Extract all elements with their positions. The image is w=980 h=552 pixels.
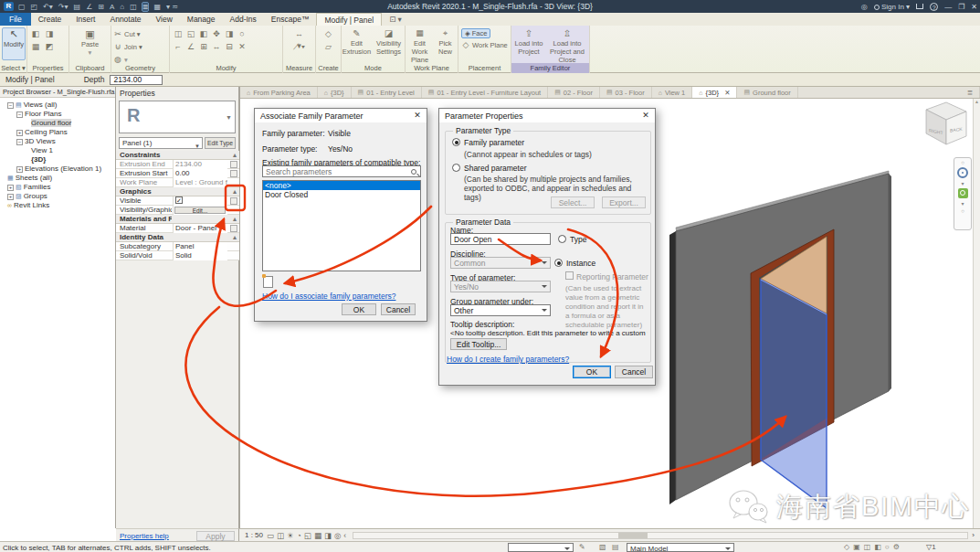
collapse-icon[interactable]: −	[16, 111, 23, 118]
tree-item-3d[interactable]: {3D}	[31, 155, 46, 165]
door-panel-selected[interactable]	[761, 280, 827, 508]
name-input[interactable]	[450, 233, 551, 245]
associate-parameter-button[interactable]	[230, 225, 237, 232]
minimize-button[interactable]: —	[944, 3, 952, 11]
family-parameter-radio[interactable]	[452, 138, 460, 146]
view-tab-view-1[interactable]: ⌂View 1	[652, 87, 693, 98]
view-tab-02-floor[interactable]: ▤02 - Floor	[548, 87, 600, 98]
instance-radio[interactable]	[554, 259, 563, 267]
crop-view-icon[interactable]: ◱	[304, 531, 314, 540]
expand-icon[interactable]: +	[16, 166, 23, 173]
chevron-down-icon[interactable]: ▾	[961, 180, 964, 186]
edit-tooltip-button[interactable]: Edit Tooltip...	[450, 338, 507, 350]
measure-icon[interactable]: ∠	[86, 3, 92, 11]
tree-item-ground-floor[interactable]: Ground floor	[31, 119, 71, 128]
expand-icon[interactable]: +	[16, 130, 23, 136]
load-into-project-button[interactable]: ⇪Load into Project	[513, 27, 544, 64]
shared-parameter-radio[interactable]	[452, 164, 460, 172]
align-icon[interactable]: ◫	[172, 28, 184, 40]
tab-insert[interactable]: Insert	[68, 13, 102, 26]
family-types-icon[interactable]: ◨	[43, 28, 56, 40]
tree-item-3d-views[interactable]: −3D Views	[16, 137, 56, 146]
array-icon[interactable]: ⊞	[197, 41, 210, 53]
print-icon[interactable]: ▤	[74, 3, 81, 11]
type-select-combo[interactable]: Panel (1)▼	[119, 137, 203, 149]
type-of-parameter-combo[interactable]: Yes/No	[450, 281, 551, 292]
new-parameter-button[interactable]	[263, 276, 273, 288]
tab-create[interactable]: Create	[31, 13, 69, 26]
view-tab-furniture-layout[interactable]: ▤01 - Entry Level - Furniture Layout	[422, 87, 548, 98]
properties-help-link[interactable]: Properties help	[120, 532, 169, 540]
cut-geometry-button[interactable]: ✂ Cut ▾	[113, 28, 167, 40]
redo-icon[interactable]: ↷▾	[58, 3, 68, 11]
tree-item-ceiling-plans[interactable]: +Ceiling Plans	[16, 128, 68, 137]
row-subcategory[interactable]: SubcategoryPanel	[116, 242, 239, 251]
placement-face-button[interactable]: ◈Face	[461, 28, 490, 38]
rotate-icon[interactable]: ○	[236, 28, 248, 40]
tab-enscape[interactable]: Enscape™	[264, 13, 317, 26]
scale-control[interactable]: 1 : 50	[245, 531, 263, 539]
row-extrusion-end[interactable]: Extrusion End0.002134.00	[116, 160, 239, 169]
type-selector[interactable]: R ▼	[119, 101, 236, 133]
family-category-icon[interactable]: ▦	[29, 41, 42, 53]
detail-level-icon[interactable]: ▭	[267, 531, 277, 540]
select-links-icon[interactable]: ◫	[864, 543, 875, 551]
tree-item-floor-plans[interactable]: −Floor Plans	[16, 110, 61, 119]
scrollbar-thumb[interactable]	[618, 533, 648, 538]
nav-options-icon[interactable]: ○	[961, 160, 964, 165]
aligned-dimension-icon[interactable]: ⊞	[98, 3, 104, 11]
associate-parameter-button[interactable]	[230, 161, 237, 168]
scale-icon[interactable]: ↔	[210, 41, 223, 53]
placement-work-plane-button[interactable]: ◇ Work Plane	[461, 39, 508, 51]
chevron-down-icon[interactable]: ▾	[961, 200, 964, 207]
export-button[interactable]: Export...	[602, 196, 646, 208]
view-tab-from-parking[interactable]: ⌂From Parking Area	[240, 87, 318, 98]
row-extrusion-start[interactable]: Extrusion Start0.00	[116, 169, 239, 178]
thin-lines-icon[interactable]: ≣	[142, 3, 149, 11]
reporting-parameter-checkbox[interactable]	[565, 271, 574, 280]
pin-icon[interactable]: ⊟	[223, 41, 236, 53]
view-tab-03-floor[interactable]: ▤03 - Floor	[600, 87, 652, 98]
section-identity-data[interactable]: Identity Data▴	[116, 233, 239, 242]
pan-right-icon[interactable]: ›	[972, 531, 975, 539]
row-work-plane[interactable]: Work PlaneLevel : Ground floor	[116, 178, 239, 187]
app-store-cart-icon[interactable]	[916, 4, 923, 9]
show-crop-icon[interactable]: ▦	[314, 531, 324, 540]
tab-modify-panel[interactable]: Modify | Panel	[316, 13, 382, 26]
tab-add-ins[interactable]: Add-Ins	[223, 13, 264, 26]
mirror-icon[interactable]: ◧	[197, 28, 210, 40]
view-tab-entry-level[interactable]: ▤01 - Entry Level	[352, 87, 422, 98]
default-3d-view-icon[interactable]: ⌂	[120, 3, 124, 11]
associate-help-link[interactable]: How do I associate family parameters?	[262, 292, 395, 301]
cancel-button[interactable]: Cancel	[615, 366, 653, 378]
save-icon[interactable]: ◰	[31, 3, 38, 11]
edit-work-plane-button[interactable]: ▦Edit Work Plane	[407, 27, 433, 64]
close-icon[interactable]: ✕	[637, 109, 655, 122]
split-icon[interactable]: ∠	[184, 41, 197, 53]
tab-file[interactable]: File	[0, 13, 31, 26]
section-constraints[interactable]: Constraints▴	[116, 151, 239, 160]
view-tab-3d-active[interactable]: ⌂{3D}✕	[692, 87, 737, 98]
sun-path-icon[interactable]: ☀	[287, 531, 297, 540]
select-pinned-icon[interactable]: ◧	[874, 543, 885, 551]
ok-button[interactable]: OK	[342, 303, 376, 315]
expand-icon[interactable]: +	[7, 185, 14, 191]
copy-icon[interactable]: ◨	[223, 28, 236, 40]
type-properties-icon[interactable]: ◩	[43, 41, 56, 53]
help-icon[interactable]: ?	[930, 3, 938, 11]
row-solid-void[interactable]: Solid/VoidSolid	[116, 251, 239, 260]
component-icon[interactable]: ◇	[322, 28, 335, 40]
row-visible[interactable]: Visible✓	[116, 196, 239, 206]
editable-only-icon[interactable]: ✎	[579, 543, 585, 551]
tab-overflow-icon[interactable]: ⊡ ▾	[382, 13, 409, 26]
depth-input[interactable]	[110, 75, 163, 85]
undo-icon[interactable]: ↶▾	[43, 3, 53, 11]
temporary-hide-icon[interactable]: ◨	[324, 531, 334, 540]
nav-options-icon[interactable]: ○	[961, 208, 964, 214]
list-item-none[interactable]: <none>	[263, 181, 420, 190]
drag-on-selection-icon[interactable]: ⚙	[893, 543, 903, 551]
expand-icon[interactable]: +	[7, 194, 14, 200]
worksets-combo[interactable]	[508, 543, 574, 552]
delete-icon[interactable]: ✕	[236, 41, 248, 53]
type-radio[interactable]	[558, 235, 566, 243]
